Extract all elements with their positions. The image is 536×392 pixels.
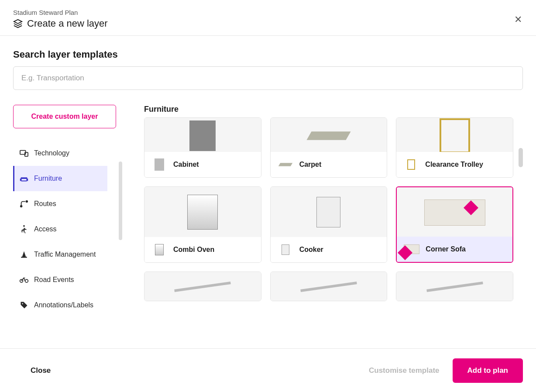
template-preview: [396, 118, 513, 154]
template-preview: [397, 187, 512, 237]
sidebar-item-label: Access: [34, 225, 57, 233]
layers-icon: [13, 19, 23, 28]
walk-icon: [19, 224, 29, 234]
search-input[interactable]: [13, 66, 523, 90]
template-preview: [271, 272, 387, 301]
route-icon: [19, 199, 29, 209]
close-icon[interactable]: ✕: [514, 14, 522, 25]
create-custom-layer-button[interactable]: Create custom layer: [13, 105, 116, 128]
template-card-combi-oven[interactable]: Combi Oven: [144, 186, 261, 263]
sidebar-item-label: Road Events: [34, 276, 74, 284]
template-thumb: [151, 157, 167, 172]
page-title: Create a new layer: [27, 18, 108, 29]
template-thumb: [151, 242, 167, 258]
sidebar-item-label: Furniture: [34, 175, 62, 182]
template-preview: [144, 187, 261, 237]
template-preview: [144, 272, 261, 301]
modal-footer: Close Customise template Add to plan: [0, 348, 536, 392]
sidebar-item-label: Technology: [34, 149, 69, 157]
template-card-cooker[interactable]: Cooker: [270, 186, 388, 263]
grid-scrollbar[interactable]: [519, 148, 523, 167]
svg-point-4: [26, 201, 28, 203]
sidebar-item-access[interactable]: Access: [13, 217, 107, 242]
svg-rect-6: [21, 257, 27, 258]
modal-header: Stadium Steward Plan Create a new layer …: [0, 0, 536, 36]
sidebar-item-label: Traffic Management: [34, 251, 96, 258]
template-label: Corner Sofa: [426, 245, 466, 253]
sidebar-item-technology[interactable]: Technology: [13, 141, 107, 166]
template-thumb: [404, 241, 419, 257]
section-title: Furniture: [144, 105, 523, 114]
template-preview: [271, 187, 387, 237]
close-button[interactable]: Close: [13, 362, 68, 379]
template-thumb: [278, 157, 293, 172]
svg-point-5: [23, 225, 25, 227]
template-card-partial[interactable]: [396, 272, 513, 301]
bike-icon: [19, 275, 29, 285]
svg-marker-0: [14, 20, 22, 24]
template-label: Cooker: [299, 246, 323, 254]
template-label: Clearance Trolley: [425, 161, 483, 168]
svg-point-8: [25, 279, 28, 282]
template-card-clearance-trolley[interactable]: Clearance Trolley: [396, 117, 513, 178]
template-label: Combi Oven: [173, 246, 214, 254]
sidebar-item-traffic-management[interactable]: Traffic Management: [13, 242, 107, 267]
tag-icon: [19, 300, 29, 310]
template-grid-area: Furniture Cabinet Carpet: [127, 105, 523, 343]
breadcrumb: Stadium Steward Plan: [13, 9, 523, 16]
cone-icon: [19, 250, 29, 259]
devices-icon: [19, 148, 29, 158]
svg-point-9: [22, 303, 23, 304]
search-label: Search layer templates: [13, 49, 523, 60]
category-list: Technology Furniture Routes: [13, 141, 127, 318]
template-card-corner-sofa[interactable]: Corner Sofa: [396, 186, 513, 263]
svg-point-3: [21, 206, 22, 207]
template-card-partial[interactable]: [270, 272, 388, 301]
sidebar-item-routes[interactable]: Routes: [13, 191, 107, 217]
template-label: Carpet: [299, 161, 322, 168]
sidebar: Create custom layer Technology Furniture: [13, 105, 127, 343]
sidebar-scrollbar[interactable]: [119, 162, 122, 240]
template-preview: [144, 118, 261, 154]
template-label: Cabinet: [173, 161, 199, 168]
template-thumb: [403, 157, 419, 172]
customise-template-button[interactable]: Customise template: [369, 366, 440, 375]
sidebar-item-label: Routes: [34, 200, 56, 208]
template-preview: [396, 272, 513, 301]
couch-icon: [19, 174, 29, 183]
sidebar-item-annotations[interactable]: Annotations/Labels: [13, 292, 107, 318]
template-card-cabinet[interactable]: Cabinet: [144, 117, 261, 178]
sidebar-item-furniture[interactable]: Furniture: [13, 166, 107, 191]
template-thumb: [278, 242, 293, 258]
template-preview: [271, 118, 387, 154]
add-to-plan-button[interactable]: Add to plan: [453, 358, 523, 383]
template-card-partial[interactable]: [144, 272, 261, 301]
template-card-carpet[interactable]: Carpet: [270, 117, 388, 178]
sidebar-item-road-events[interactable]: Road Events: [13, 267, 107, 292]
sidebar-item-label: Annotations/Labels: [34, 301, 93, 309]
